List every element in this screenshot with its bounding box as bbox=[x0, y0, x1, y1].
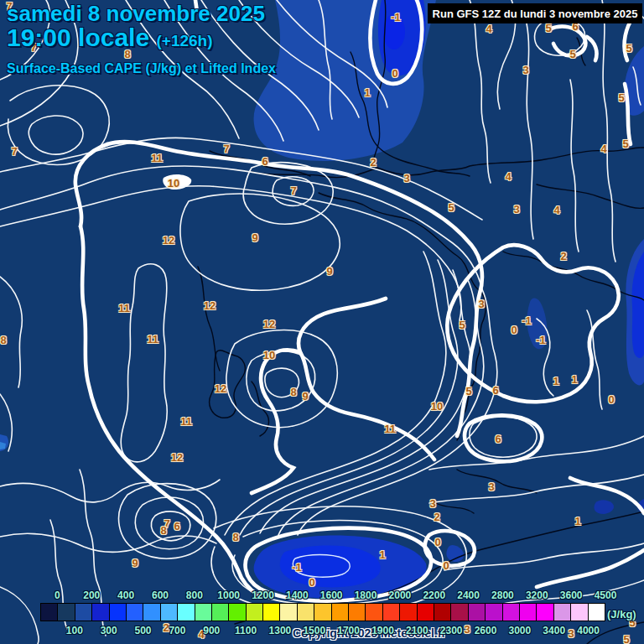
lifted-index-value: 1 bbox=[364, 86, 370, 99]
lifted-index-value: 0 bbox=[511, 324, 517, 336]
lifted-index-value: 4 bbox=[600, 143, 606, 155]
colorbar-tick-label: 4500 bbox=[595, 589, 617, 601]
lifted-index-value: 6 bbox=[495, 433, 501, 445]
lifted-index-value: 9 bbox=[302, 390, 308, 402]
lifted-index-value: 5 bbox=[618, 91, 624, 104]
lifted-index-value: 12 bbox=[204, 299, 216, 312]
colorbar-tick-label: 600 bbox=[152, 589, 169, 601]
colorbar-tick-label: 200 bbox=[83, 589, 100, 601]
colorbar-cell bbox=[41, 604, 58, 621]
colorbar-cell bbox=[298, 604, 314, 621]
model-run-label: Run GFS 12Z du lundi 3 novembre 2025 bbox=[433, 8, 638, 20]
lifted-index-value: 11 bbox=[180, 415, 192, 428]
lifted-index-value: 10 bbox=[168, 177, 179, 190]
colorbar-tick-label: 1200 bbox=[252, 589, 274, 601]
lifted-index-value: 5 bbox=[622, 138, 628, 150]
lifted-index-value: 9 bbox=[132, 557, 138, 569]
lifted-index-value: 3 bbox=[478, 298, 484, 310]
colorbar-cell bbox=[75, 604, 92, 621]
colorbar-tick-label: 500 bbox=[135, 625, 152, 636]
colorbar-cell bbox=[486, 604, 502, 621]
colorbar-cell bbox=[503, 604, 520, 621]
lifted-index-value: 0 bbox=[608, 393, 614, 406]
lifted-index-value: 10 bbox=[431, 400, 443, 413]
colorbar-tick-label: 1900 bbox=[371, 625, 394, 636]
colorbar-cell bbox=[434, 604, 451, 621]
colorbar-cell bbox=[178, 604, 195, 621]
lifted-index-value: 9 bbox=[326, 265, 332, 278]
lifted-index-value: 3 bbox=[429, 497, 435, 510]
colorbar-cell bbox=[418, 604, 434, 621]
colorbar-cell bbox=[229, 604, 246, 621]
lifted-index-value: 0 bbox=[392, 67, 397, 80]
lifted-index-value: 4 bbox=[486, 23, 491, 35]
lifted-index-value: 0 bbox=[434, 536, 440, 548]
lifted-index-value: 5 bbox=[623, 633, 629, 644]
colorbar-tick-label: 1300 bbox=[269, 625, 292, 636]
lifted-index-value: 5 bbox=[626, 42, 631, 55]
colorbar-cell bbox=[589, 604, 605, 621]
colorbar-cell bbox=[58, 604, 75, 621]
colorbar-cell bbox=[212, 604, 229, 621]
lifted-index-value: 11 bbox=[147, 333, 158, 345]
colorbar-tick-label: 2300 bbox=[440, 625, 463, 636]
colorbar-tick-label: 2800 bbox=[491, 589, 514, 601]
colorbar-cell bbox=[161, 604, 178, 621]
colorbar-cell bbox=[195, 604, 212, 621]
lifted-index-value: 12 bbox=[171, 451, 183, 464]
lifted-index-value: 0 bbox=[309, 576, 314, 589]
colorbar-cell bbox=[451, 604, 468, 621]
lifted-index-value: 3 bbox=[568, 627, 574, 640]
lifted-index-value: 3 bbox=[464, 623, 470, 636]
lifted-index-value: 7 bbox=[223, 143, 229, 155]
colorbar-tick-label: 800 bbox=[186, 589, 203, 601]
lifted-index-value: 11 bbox=[151, 152, 163, 164]
colorbar-cell bbox=[520, 604, 537, 621]
lifted-index-value: 12 bbox=[215, 382, 226, 395]
colorbar-tick-label: 3600 bbox=[560, 589, 583, 601]
lifted-index-value: 11 bbox=[384, 423, 396, 435]
colorbar-tick-label: 4000 bbox=[577, 625, 600, 636]
colorbar-tick-label: 700 bbox=[169, 625, 185, 636]
colorbar-cell bbox=[383, 604, 400, 621]
colorbar-cell bbox=[314, 604, 331, 621]
lifted-index-value: -1 bbox=[522, 314, 532, 327]
colorbar-cell bbox=[127, 604, 143, 621]
lifted-index-value: 10 bbox=[263, 349, 275, 361]
lifted-index-value: 1 bbox=[571, 373, 577, 386]
colorbar-tick-label: 2400 bbox=[457, 589, 480, 601]
colorbar-tick-label: 0 bbox=[55, 589, 60, 601]
colorbar-tick-label: 100 bbox=[66, 625, 83, 636]
colorbar-tick-label: 2600 bbox=[475, 625, 497, 636]
lifted-index-value: 12 bbox=[263, 318, 275, 330]
lifted-index-value: 8 bbox=[290, 386, 296, 398]
colorbar-cell bbox=[143, 604, 160, 621]
valid-time: 19:00 locale (+126h) bbox=[7, 25, 276, 54]
colorbar-cell bbox=[110, 604, 127, 621]
colorbar-cell bbox=[263, 604, 280, 621]
model-run-box: Run GFS 12Z du lundi 3 novembre 2025 bbox=[428, 3, 642, 23]
colorbar-cell bbox=[247, 604, 263, 621]
lifted-index-value: -1 bbox=[292, 561, 302, 574]
lifted-index-value: 5 bbox=[569, 48, 575, 60]
lifted-index-value: 12 bbox=[163, 234, 174, 247]
colorbar-tick-label: 2200 bbox=[423, 589, 445, 601]
colorbar-tick-label: 400 bbox=[117, 589, 134, 601]
colorbar-tick-label: 300 bbox=[101, 625, 117, 636]
lifted-index-value: 3 bbox=[522, 64, 528, 76]
colorbar-tick-label: 1500 bbox=[303, 625, 325, 636]
colorbar-tick-label: 3000 bbox=[509, 625, 532, 636]
lifted-index-value: -1 bbox=[536, 334, 546, 346]
colorbar-tick-label: 1000 bbox=[217, 589, 240, 601]
lifted-index-value: 8 bbox=[0, 334, 6, 346]
colorbar-cell bbox=[400, 604, 417, 621]
lifted-index-value: 2 bbox=[370, 156, 376, 169]
colorbar-tick-label: 3400 bbox=[543, 625, 565, 636]
colorbar-tick-label: 900 bbox=[203, 625, 220, 636]
lifted-index-labels-layer: 778-110456553554711107623745349912211121… bbox=[0, 0, 644, 644]
lifted-index-value: 5 bbox=[465, 385, 471, 397]
colorbar-cell bbox=[554, 604, 571, 621]
lifted-index-value: 4 bbox=[505, 170, 511, 183]
weather-map-screenshot: 778-110456553554711107623745349912211121… bbox=[0, 0, 644, 644]
lifted-index-value: 3 bbox=[513, 203, 519, 216]
